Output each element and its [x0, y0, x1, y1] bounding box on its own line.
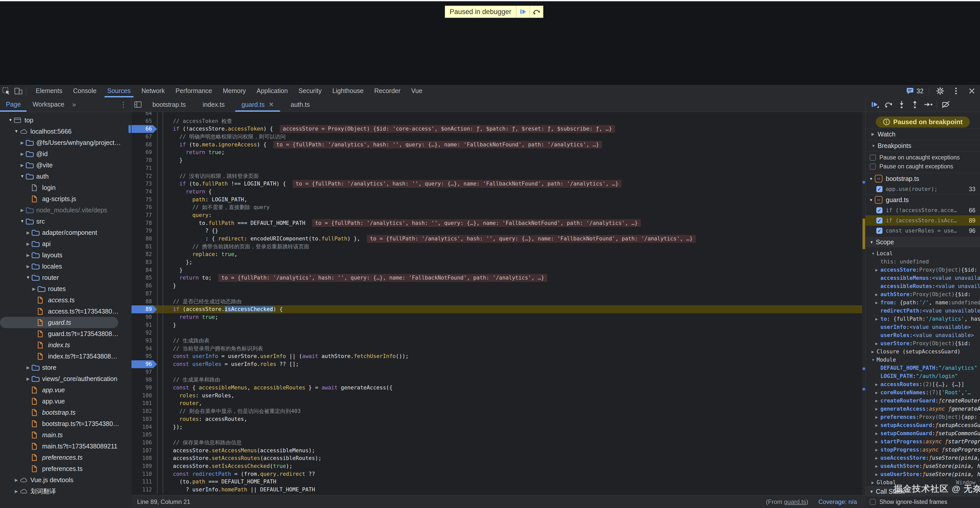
line-number[interactable]: 70: [132, 157, 157, 164]
tree-item-store[interactable]: ▶store: [0, 362, 132, 373]
checkbox-checked[interactable]: ✓: [876, 217, 883, 224]
line-number[interactable]: 102: [132, 407, 157, 415]
chevron-right-icon[interactable]: ▶: [875, 383, 880, 387]
chevron-right-icon[interactable]: ▶: [875, 423, 880, 427]
line-number[interactable]: 67: [132, 133, 157, 141]
chevron-right-icon[interactable]: ▶: [13, 489, 20, 494]
scope-row[interactable]: ▶accessStore: Proxy(Object) {$id: 'core-…: [865, 266, 980, 274]
tree-item-router[interactable]: ▼router: [0, 272, 132, 283]
tree-item-preferences-ts[interactable]: preferences.ts: [0, 463, 132, 474]
chevron-right-icon[interactable]: ▶: [875, 464, 880, 468]
tree-item-src[interactable]: ▼src: [0, 216, 132, 227]
line-number[interactable]: 112: [132, 486, 157, 494]
line-number[interactable]: 103: [132, 415, 157, 423]
chevron-right-icon[interactable]: ▶: [875, 448, 880, 452]
scope-row[interactable]: ▶authStore: Proxy(Object) {$id:: [865, 290, 980, 299]
editor-scrollbar[interactable]: [862, 112, 865, 495]
step-out-button[interactable]: [910, 100, 920, 109]
chevron-down-icon[interactable]: ▼: [13, 129, 20, 134]
breakpoint-file-header[interactable]: ▼‹›bootstrap.ts: [865, 173, 980, 184]
tab-network[interactable]: Network: [136, 85, 170, 97]
tab-application[interactable]: Application: [251, 85, 293, 97]
breakpoint-item-line-89[interactable]: ✓if (accessStore.isAcc…89: [865, 216, 980, 226]
chevron-right-icon[interactable]: ▶: [875, 415, 880, 419]
scope-row[interactable]: ▶useUserStore: ƒ useStore(pinia, hot): [865, 470, 980, 478]
tab-performance[interactable]: Performance: [170, 85, 217, 97]
tree-item-localhost-5666[interactable]: ▼localhost:5666: [0, 126, 132, 137]
chevron-right-icon[interactable]: ▶: [25, 376, 32, 381]
chevron-right-icon[interactable]: ▶: [19, 163, 25, 168]
file-tab-auth-ts[interactable]: auth.ts: [282, 97, 318, 112]
chevron-right-icon[interactable]: ▶: [19, 140, 25, 145]
navigator-tab-workspace[interactable]: Workspace: [27, 97, 70, 112]
chevron-right-icon[interactable]: ▶: [25, 253, 32, 257]
scope-row[interactable]: ▶userStore: Proxy(Object) {$id:: [865, 339, 980, 348]
scope-row[interactable]: ▶preferences: Proxy(Object) {app: {…}, ……: [865, 413, 980, 421]
line-number[interactable]: 92: [132, 329, 157, 337]
scope-row[interactable]: DEFAULT_HOME_PATH: "/analytics": [865, 364, 980, 372]
line-number[interactable]: 87: [132, 290, 157, 298]
navigator-more-tabs-button[interactable]: »: [70, 101, 78, 109]
more-options-button[interactable]: [950, 85, 962, 97]
chevron-right-icon[interactable]: ▶: [875, 407, 880, 411]
source-origin-link[interactable]: guard.ts: [784, 498, 807, 505]
tree-item-index-ts-t-173543808[interactable]: index.ts?t=173543808…: [0, 351, 132, 362]
line-number[interactable]: 105: [132, 431, 157, 439]
line-number[interactable]: 91: [132, 321, 157, 329]
line-number[interactable]: 72: [132, 172, 157, 180]
chevron-right-icon[interactable]: ▶: [875, 317, 880, 321]
line-number[interactable]: 71: [132, 164, 157, 172]
scope-row[interactable]: ▶to: {fullPath: '/analytics', hash: '', …: [865, 315, 980, 323]
tree-item-preferences-ts[interactable]: preferences.ts: [0, 452, 132, 463]
breakpoint-file-header[interactable]: ▼‹›guard.ts: [865, 195, 980, 205]
scope-row[interactable]: userInfo: <value unavailable>: [865, 323, 980, 331]
watch-section-header[interactable]: ▶ Watch: [865, 128, 980, 140]
tree-item-node-modules-vite-deps[interactable]: ▶node_modules/.vite/deps: [0, 204, 132, 216]
line-number[interactable]: 101: [132, 399, 157, 407]
scope-row[interactable]: ▶generateAccess: async ƒ generateAccess(…: [865, 405, 980, 413]
chevron-down-icon[interactable]: ▼: [25, 275, 32, 280]
pause-caught-exceptions-row[interactable]: Pause on caught exceptions: [865, 162, 980, 171]
scope-section-header[interactable]: ▼ Scope: [865, 237, 980, 247]
chevron-right-icon[interactable]: ▶: [25, 264, 32, 269]
resume-script-button[interactable]: [516, 6, 530, 18]
line-number[interactable]: 68: [132, 141, 157, 149]
tab-security[interactable]: Security: [293, 85, 327, 97]
show-ignore-listed-frames-row[interactable]: Show ignore-listed frames: [865, 496, 980, 508]
chevron-right-icon[interactable]: ▶: [875, 301, 880, 305]
tree-item-api[interactable]: ▶api: [0, 238, 132, 249]
line-number[interactable]: 65: [132, 117, 157, 125]
resume-button[interactable]: [870, 100, 880, 109]
chevron-right-icon[interactable]: ▶: [872, 481, 877, 484]
navigator-tab-page[interactable]: Page: [0, 97, 27, 112]
chevron-right-icon[interactable]: ▶: [875, 399, 880, 403]
line-number[interactable]: 95: [132, 352, 157, 360]
scope-row[interactable]: ▶GlobalWindow: [865, 478, 980, 487]
scope-row[interactable]: userRoles: <value unavailable>: [865, 331, 980, 339]
tab-console[interactable]: Console: [68, 85, 102, 97]
tree-item-app-vue[interactable]: app.vue: [0, 384, 132, 396]
scope-row[interactable]: ▼Local: [865, 249, 980, 257]
scope-row[interactable]: accessibleRoutes: <value unavailable>: [865, 282, 980, 290]
close-devtools-button[interactable]: [966, 85, 978, 97]
chevron-down-icon[interactable]: ▼: [7, 118, 14, 122]
scope-row[interactable]: ▶coreRouteNames: (7) ['Root', '…: [865, 388, 980, 396]
breakpoints-section-header[interactable]: ▼ Breakpoints: [865, 140, 980, 151]
scope-row[interactable]: ▶useAccessStore: ƒ useStore(pinia, hot): [865, 454, 980, 462]
chevron-down-icon[interactable]: ▼: [19, 174, 25, 179]
scope-row[interactable]: ▶setupAccessGuard: ƒ setupAccessGuard(): [865, 421, 980, 429]
navigator-menu-button[interactable]: ⋮: [115, 101, 132, 109]
tree-item-access-ts-t-17354380[interactable]: access.ts?t=17354380…: [0, 306, 132, 317]
chevron-right-icon[interactable]: ▶: [875, 391, 880, 395]
line-number[interactable]: 100: [132, 392, 157, 399]
tree-item-guard-ts[interactable]: guard.ts: [0, 317, 118, 328]
scope-row[interactable]: LOGIN_PATH: "/auth/login": [865, 372, 980, 380]
line-number[interactable]: 110: [132, 470, 157, 478]
line-number[interactable]: 69: [132, 149, 157, 157]
line-number[interactable]: 73: [132, 180, 157, 188]
line-number[interactable]: 90: [132, 313, 157, 321]
tab-vue[interactable]: Vue: [406, 85, 428, 97]
line-number[interactable]: 83: [132, 258, 157, 266]
chevron-right-icon[interactable]: ▶: [875, 268, 880, 272]
scope-row[interactable]: ▶accessRoutes: (2) [{…}, {…}]: [865, 380, 980, 388]
